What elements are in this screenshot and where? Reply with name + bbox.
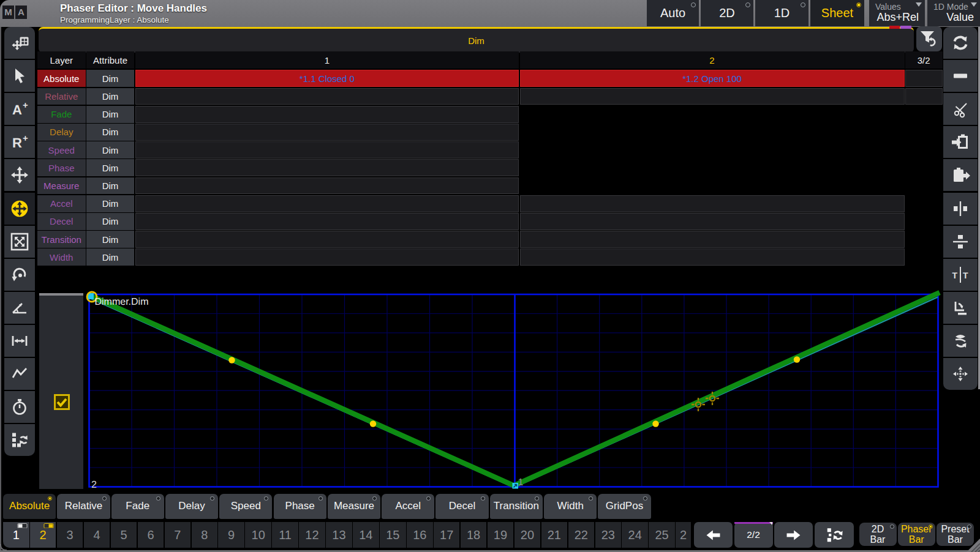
svg-text:R: R: [12, 135, 22, 151]
svg-text:+: +: [23, 133, 28, 144]
svg-text:+: +: [23, 100, 28, 111]
svg-text:1: 1: [518, 477, 524, 488]
svg-text:A: A: [12, 102, 22, 117]
svg-text:Dimmer.Dim: Dimmer.Dim: [95, 297, 149, 307]
svg-text:2: 2: [91, 480, 97, 490]
